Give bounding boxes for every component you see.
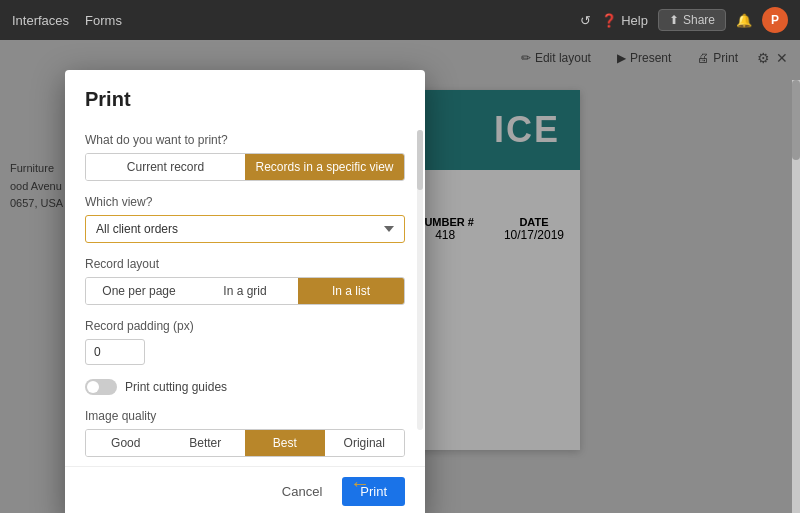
cutting-guides-label: Print cutting guides (125, 380, 227, 394)
which-view-label: Which view? (85, 195, 405, 209)
print-dialog: Print What do you want to print? Current… (65, 70, 425, 513)
dialog-header: Print (65, 70, 425, 121)
dialog-body: What do you want to print? Current recor… (65, 121, 425, 466)
share-button[interactable]: ⬆ Share (658, 9, 726, 31)
record-layout-toggle: One per page In a grid In a list (85, 277, 405, 305)
what-print-section: What do you want to print? Current recor… (85, 133, 405, 181)
image-quality-toggle: Good Better Best Original (85, 429, 405, 457)
print-cutting-guides-section: Print cutting guides (85, 379, 405, 395)
arrow-indicator: ← (350, 472, 370, 495)
record-padding-section: Record padding (px) (85, 319, 405, 365)
avatar[interactable]: P (762, 7, 788, 33)
in-a-list-btn[interactable]: In a list (298, 278, 404, 304)
current-record-btn[interactable]: Current record (86, 154, 245, 180)
nav-forms[interactable]: Forms (85, 13, 122, 28)
cutting-guides-row: Print cutting guides (85, 379, 405, 395)
one-per-page-btn[interactable]: One per page (86, 278, 192, 304)
history-icon-btn[interactable]: ↺ (580, 13, 591, 28)
notification-icon-btn[interactable]: 🔔 (736, 13, 752, 28)
nav-interfaces[interactable]: Interfaces (12, 13, 69, 28)
share-icon: ⬆ (669, 13, 679, 27)
image-quality-label: Image quality (85, 409, 405, 423)
which-view-section: Which view? All client orders (85, 195, 405, 243)
nav-right: ↺ ❓ Help ⬆ Share 🔔 P (580, 7, 788, 33)
record-layout-label: Record layout (85, 257, 405, 271)
dialog-scrollbar[interactable] (417, 130, 423, 430)
main-area: ⚙ ✕ ✏ Edit layout ▶ Present 🖨 Print ICE (0, 40, 800, 513)
quality-good-btn[interactable]: Good (86, 430, 166, 456)
image-quality-section: Image quality Good Better Best Original (85, 409, 405, 457)
what-print-label: What do you want to print? (85, 133, 405, 147)
help-btn[interactable]: ❓ Help (601, 13, 648, 28)
in-a-grid-btn[interactable]: In a grid (192, 278, 298, 304)
quality-original-btn[interactable]: Original (325, 430, 405, 456)
dialog-title: Print (85, 88, 405, 111)
quality-better-btn[interactable]: Better (166, 430, 246, 456)
records-specific-view-btn[interactable]: Records in a specific view (245, 154, 404, 180)
what-print-toggle: Current record Records in a specific vie… (85, 153, 405, 181)
record-padding-label: Record padding (px) (85, 319, 405, 333)
dialog-footer: Cancel Print (65, 466, 425, 513)
scrollbar-thumb[interactable] (792, 80, 800, 160)
scrollbar-track (792, 80, 800, 513)
quality-best-btn[interactable]: Best (245, 430, 325, 456)
top-nav: Interfaces Forms ↺ ❓ Help ⬆ Share 🔔 P (0, 0, 800, 40)
record-padding-input[interactable] (85, 339, 145, 365)
cutting-guides-toggle[interactable] (85, 379, 117, 395)
dialog-scrollbar-thumb[interactable] (417, 130, 423, 190)
which-view-select[interactable]: All client orders (85, 215, 405, 243)
help-icon: ❓ (601, 13, 617, 28)
record-layout-section: Record layout One per page In a grid In … (85, 257, 405, 305)
cancel-button[interactable]: Cancel (272, 478, 332, 505)
